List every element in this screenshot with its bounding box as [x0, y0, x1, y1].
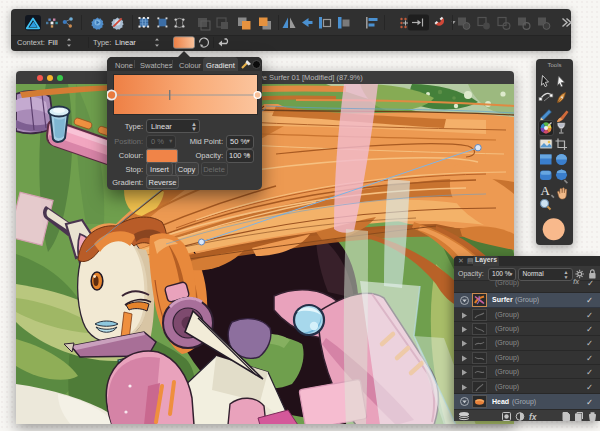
svg-text:A: A — [541, 183, 551, 198]
svg-text:Linear: Linear — [115, 38, 136, 47]
svg-text:Fill: Fill — [48, 38, 58, 47]
svg-text:Type:: Type: — [93, 38, 111, 47]
svg-text:Context:: Context: — [17, 38, 45, 47]
svg-text:fx: fx — [529, 412, 538, 421]
